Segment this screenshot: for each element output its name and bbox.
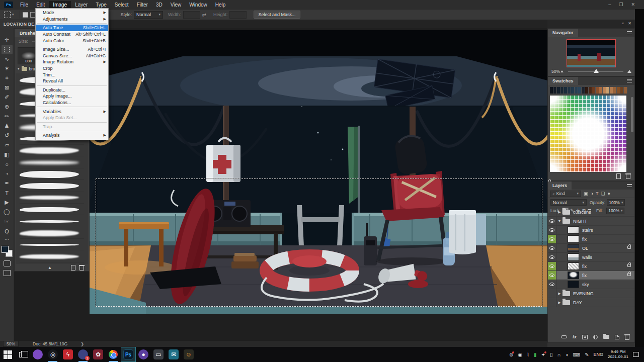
- visibility-eye-icon[interactable]: [548, 271, 556, 280]
- swatch[interactable]: [592, 87, 596, 94]
- swatch[interactable]: [617, 87, 620, 94]
- menu-item-auto-tone[interactable]: Auto ToneShift+Ctrl+L: [36, 25, 108, 31]
- delete-layer-icon[interactable]: [625, 335, 629, 340]
- zoom-in-icon[interactable]: [627, 70, 631, 73]
- layer-row-fix[interactable]: fix: [548, 262, 634, 271]
- minimize-icon[interactable]: –: [608, 2, 611, 7]
- panel-menu-icon[interactable]: [627, 79, 632, 82]
- crop-tool[interactable]: ⌗: [2, 73, 13, 83]
- layer-thumbnail[interactable]: [568, 272, 579, 279]
- task-view-button[interactable]: [15, 347, 30, 362]
- visibility-eye-icon[interactable]: [548, 226, 556, 234]
- pen-tray-icon[interactable]: ✎: [585, 352, 589, 357]
- quick-mask-icon[interactable]: [4, 260, 11, 266]
- new-layer-icon[interactable]: [615, 335, 619, 339]
- swatch[interactable]: [582, 87, 585, 94]
- delete-swatch-icon[interactable]: [626, 174, 630, 179]
- visibility-eye-icon[interactable]: [548, 253, 556, 261]
- current-tool-icon[interactable]: [4, 12, 11, 18]
- filter-pixel-icon[interactable]: ▣: [584, 191, 588, 196]
- navigator-zoom-value[interactable]: 50%: [551, 69, 560, 74]
- layer-row-stairs[interactable]: stairs: [548, 226, 634, 235]
- swatch[interactable]: [568, 87, 571, 94]
- menu-item-image-rotation[interactable]: Image Rotation▶: [36, 59, 108, 65]
- layer-name[interactable]: DAY: [573, 300, 582, 305]
- swatch[interactable]: [613, 87, 617, 94]
- swap-dimensions-icon[interactable]: ⇄: [202, 12, 206, 18]
- navigator-panel-tab[interactable]: Navigator: [548, 29, 578, 37]
- clipboard-tray-icon[interactable]: ▮: [534, 352, 537, 357]
- height-field[interactable]: [229, 11, 247, 19]
- mic-tray-icon[interactable]: ⌇: [527, 352, 529, 357]
- menu-item-crop[interactable]: Crop: [36, 65, 108, 72]
- restore-icon[interactable]: ❐: [619, 2, 623, 7]
- visibility-eye-icon[interactable]: [548, 262, 556, 270]
- brush-preset-row[interactable]: [20, 157, 84, 168]
- color-chips[interactable]: [2, 246, 13, 257]
- layer-row-fix[interactable]: fix: [548, 271, 634, 280]
- layer-name[interactable]: fix: [582, 237, 587, 242]
- swatch[interactable]: [560, 87, 564, 94]
- move-tool[interactable]: ✛: [2, 35, 13, 45]
- width-field[interactable]: [183, 11, 200, 19]
- select-and-mask-button[interactable]: Select and Mask...: [254, 11, 300, 19]
- swatch[interactable]: [550, 87, 553, 94]
- visibility-empty[interactable]: [548, 208, 556, 216]
- menu-item-analysis[interactable]: Analysis▶: [36, 132, 108, 139]
- delete-brush-icon[interactable]: [79, 266, 84, 270]
- volume-tray-icon[interactable]: ◖: [566, 352, 569, 357]
- panel-menu-icon[interactable]: [627, 184, 632, 187]
- discord-tray-icon[interactable]: ⊚: [509, 352, 513, 357]
- brush-preset-row[interactable]: [20, 169, 84, 180]
- menu-3d[interactable]: 3D: [152, 1, 167, 9]
- menu-item-reveal-all[interactable]: Reveal All: [36, 78, 108, 84]
- menu-item-canvas-size[interactable]: Canvas Size...Alt+Ctrl+C: [36, 53, 108, 59]
- brush-preset-row[interactable]: [20, 251, 84, 262]
- clone-stamp-tool[interactable]: ♟: [2, 121, 13, 131]
- rectangular-marquee-tool[interactable]: [2, 45, 13, 54]
- twist-icon[interactable]: ▶: [556, 210, 562, 214]
- layer-name[interactable]: fix: [582, 264, 587, 269]
- visibility-eye-icon[interactable]: [548, 235, 556, 243]
- visibility-eye-icon[interactable]: [548, 217, 556, 225]
- filter-shape-icon[interactable]: ❏: [601, 191, 605, 196]
- swatch[interactable]: [599, 87, 603, 94]
- adjustment-layer-icon[interactable]: [593, 335, 598, 339]
- swatch[interactable]: [596, 87, 599, 94]
- filter-adjustment-icon[interactable]: ◑: [591, 191, 593, 196]
- layer-style-icon[interactable]: fx: [573, 334, 577, 339]
- menu-item-trim[interactable]: Trim...: [36, 71, 108, 78]
- layer-name[interactable]: fix: [582, 273, 587, 278]
- headset-tray-icon[interactable]: ∩: [557, 352, 561, 357]
- layer-row-ol[interactable]: OL: [548, 244, 634, 253]
- zoom-slider-handle[interactable]: [594, 69, 599, 73]
- zoom-out-icon[interactable]: [560, 70, 564, 72]
- menu-item-auto-color[interactable]: Auto ColorShift+Ctrl+B: [36, 37, 108, 44]
- new-brush-icon[interactable]: [71, 265, 75, 270]
- panel-menu-icon[interactable]: [627, 31, 632, 34]
- swatches-panel-tab[interactable]: Swatches: [548, 77, 578, 85]
- link-layers-icon[interactable]: [561, 335, 567, 338]
- discord-app[interactable]: 3: [75, 347, 91, 362]
- twist-icon[interactable]: ▶: [556, 292, 562, 296]
- menu-help[interactable]: Help: [211, 1, 230, 9]
- menu-image[interactable]: Image: [49, 1, 71, 9]
- brush-preset-row[interactable]: [20, 204, 84, 215]
- privacy-app[interactable]: ●: [136, 347, 151, 362]
- zoom-tool[interactable]: Q: [2, 226, 13, 236]
- layer-name[interactable]: EVENING: [573, 291, 594, 296]
- hand-tool[interactable]: ☞: [2, 217, 13, 226]
- layer-thumbnail[interactable]: [568, 244, 579, 252]
- car-app[interactable]: ▭: [151, 347, 166, 362]
- character-app[interactable]: ☺: [181, 347, 196, 362]
- menu-item-variables[interactable]: Variables▶: [36, 108, 108, 115]
- layer-name[interactable]: walls: [582, 255, 592, 260]
- status-expand-icon[interactable]: ❯: [80, 341, 84, 346]
- menu-item-apply-image[interactable]: Apply Image...: [36, 93, 108, 100]
- blur-tool[interactable]: ○: [2, 159, 13, 169]
- layer-row-cutscene[interactable]: ▶cutscene: [548, 208, 634, 217]
- magic-wand-tool[interactable]: ✶: [2, 64, 13, 73]
- github-app[interactable]: [30, 347, 45, 362]
- swatch[interactable]: [610, 87, 613, 94]
- swatch[interactable]: [557, 87, 560, 94]
